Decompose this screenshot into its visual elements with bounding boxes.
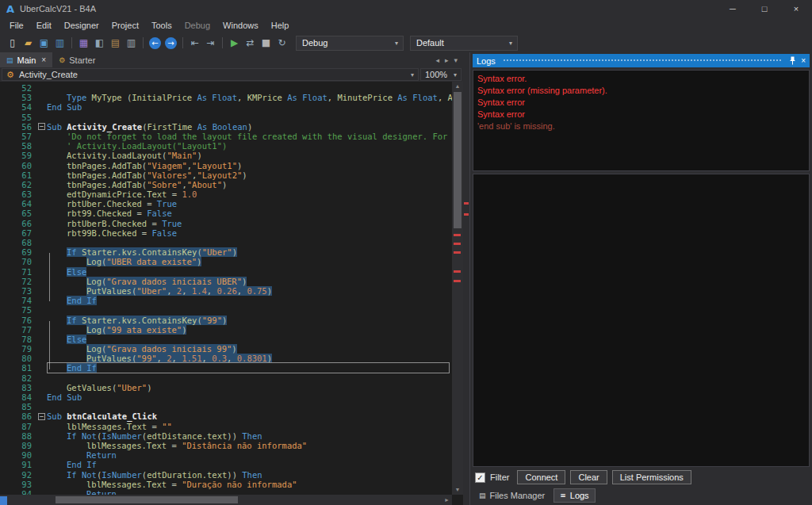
new-icon[interactable]: ▯: [5, 36, 20, 50]
connect-button[interactable]: Connect: [517, 470, 565, 484]
code-line-63[interactable]: 63edtDynamicPrice.Text = 1.0: [0, 189, 452, 199]
code-line-85[interactable]: 85: [0, 402, 452, 411]
fold-collapse-icon[interactable]: −: [36, 411, 47, 421]
scroll-down-icon[interactable]: ▼: [452, 485, 463, 495]
code-line-80[interactable]: 80PutValues("99", 2, 1.51, 0.3, 0.8301): [0, 354, 452, 363]
code-line-84[interactable]: 84End Sub: [0, 392, 452, 402]
close-panel-icon[interactable]: ×: [801, 56, 806, 65]
code-line-72[interactable]: 72Log("Grava dados iniciais UBER"): [0, 277, 452, 286]
code-line-77[interactable]: 77Log("99 ata existe"): [0, 325, 452, 335]
build-config-dropdown[interactable]: Debug ▾: [296, 36, 404, 51]
editor-horizontal-scrollbar[interactable]: ◄ ►: [0, 495, 452, 505]
code-line-61[interactable]: 61tbnPages.AddTab("Valores","Layout2"): [0, 170, 452, 180]
menu-tools[interactable]: Tools: [145, 19, 178, 32]
designer-icon[interactable]: ▦: [76, 36, 91, 50]
code-line-69[interactable]: 69If Starter.kvs.ContainsKey("Uber"): [0, 247, 452, 257]
libraries-icon[interactable]: ▤: [108, 36, 123, 50]
code-line-76[interactable]: 76If Starter.kvs.ContainsKey("99"): [0, 316, 452, 325]
code-line-87[interactable]: 87lblMessages.Text = "": [0, 422, 452, 431]
menu-file[interactable]: File: [3, 19, 30, 32]
code-line-58[interactable]: 58' Activity.LoadLayout("Layout1"): [0, 141, 452, 151]
menu-debug[interactable]: Debug: [178, 19, 216, 32]
next-tab-icon[interactable]: ⇥: [203, 36, 218, 50]
code-line-70[interactable]: 70Log("UBER data existe"): [0, 257, 452, 266]
files-icon[interactable]: ▥: [124, 36, 139, 50]
code-line-93[interactable]: 93lblMessages.Text = "Duração não inform…: [0, 480, 452, 489]
logs-panel-header[interactable]: Logs ×: [473, 54, 810, 67]
code-line-78[interactable]: 78Else: [0, 335, 452, 344]
code-line-91[interactable]: 91End If: [0, 460, 452, 469]
zoom-dropdown[interactable]: 100% ▾: [420, 68, 462, 81]
recompile-icon[interactable]: ↻: [274, 36, 289, 50]
code-line-89[interactable]: 89lblMessages.Text = "Distância não info…: [0, 441, 452, 450]
back-icon[interactable]: ←: [149, 37, 161, 49]
sub-navigator-dropdown[interactable]: ⚙ Activity_Create ▾: [2, 68, 419, 81]
tab-starter[interactable]: ⚙Starter: [52, 52, 102, 67]
code-line-54[interactable]: 54End Sub: [0, 102, 452, 112]
code-line-68[interactable]: 68: [0, 238, 452, 247]
code-line-55[interactable]: 55: [0, 113, 452, 122]
code-line-57[interactable]: 57'Do not forget to load the layout file…: [0, 132, 452, 141]
stop-icon[interactable]: ■: [259, 36, 274, 50]
menu-designer[interactable]: Designer: [58, 19, 105, 32]
tab-main[interactable]: ▤Main×: [0, 52, 52, 67]
code-line-64[interactable]: 64rbtUber.Checked = True: [0, 199, 452, 209]
menu-edit[interactable]: Edit: [30, 19, 58, 32]
code-line-62[interactable]: 62tbnPages.AddTab("Sobre","About"): [0, 180, 452, 189]
horizontal-scrollbar-thumb[interactable]: [56, 496, 238, 503]
scroll-tabs-right-icon[interactable]: ▸: [445, 56, 449, 64]
code-line-67[interactable]: 67rbt99B.Checked = False: [0, 228, 452, 238]
code-line-56[interactable]: 56−Sub Activity_Create(FirstTime As Bool…: [0, 122, 452, 132]
menu-project[interactable]: Project: [105, 19, 145, 32]
code-line-74[interactable]: 74End If: [0, 296, 452, 305]
code-editor[interactable]: 5253Type MyType (InitialPrice As Float, …: [0, 82, 463, 505]
open-icon[interactable]: ▰: [21, 36, 36, 50]
menu-windows[interactable]: Windows: [216, 19, 265, 32]
vertical-scrollbar-thumb[interactable]: [454, 92, 462, 228]
editor-vertical-scrollbar[interactable]: ▲ ▼: [452, 82, 463, 495]
minimize-icon[interactable]: ─: [717, 0, 749, 17]
save-icon[interactable]: ▣: [36, 36, 52, 50]
tool-tab-logs[interactable]: ≡Logs: [553, 488, 595, 503]
scroll-up-icon[interactable]: ▲: [452, 82, 463, 91]
pin-icon[interactable]: [789, 56, 796, 65]
code-line-73[interactable]: 73PutValues("Uber", 2, 1.4, 0.26, 0.75): [0, 286, 452, 296]
save-all-icon[interactable]: ▥: [52, 36, 67, 50]
code-line-65[interactable]: 65rbt99.Checked = False: [0, 209, 452, 218]
forward-icon[interactable]: →: [165, 37, 177, 49]
code-line-83[interactable]: 83GetValues("Uber"): [0, 383, 452, 392]
code-line-53[interactable]: 53Type MyType (InitialPrice As Float, KM…: [0, 93, 452, 102]
pane-splitter[interactable]: [463, 52, 469, 505]
scroll-right-icon[interactable]: ►: [442, 495, 452, 505]
code-line-52[interactable]: 52: [0, 83, 452, 93]
code-line-59[interactable]: 59Activity.LoadLayout("Main"): [0, 151, 452, 160]
code-line-75[interactable]: 75: [0, 305, 452, 315]
code-line-94[interactable]: 94Return: [0, 489, 452, 495]
connect-icon[interactable]: ⇄: [243, 36, 258, 50]
previous-tab-icon[interactable]: ⇤: [187, 36, 202, 50]
code-line-81[interactable]: 81End If: [0, 363, 452, 373]
scroll-tabs-left-icon[interactable]: ◂: [435, 56, 439, 64]
code-area[interactable]: 5253Type MyType (InitialPrice As Float, …: [0, 82, 452, 495]
modules-icon[interactable]: ◧: [92, 36, 107, 50]
menu-help[interactable]: Help: [265, 19, 296, 32]
close-icon[interactable]: ×: [780, 0, 812, 17]
code-line-60[interactable]: 60tbnPages.AddTab("Viagem","Layout1"): [0, 161, 452, 170]
fold-collapse-icon[interactable]: −: [36, 122, 47, 132]
tab-list-icon[interactable]: ▾: [454, 56, 458, 64]
filter-checkbox[interactable]: ✓: [475, 472, 485, 483]
code-line-71[interactable]: 71Else: [0, 267, 452, 277]
list-permissions-button[interactable]: List Permissions: [612, 470, 691, 484]
close-tab-icon[interactable]: ×: [41, 55, 46, 64]
code-line-90[interactable]: 90Return: [0, 450, 452, 460]
tool-tab-files-manager[interactable]: ▤Files Manager: [473, 488, 551, 503]
run-config-dropdown[interactable]: Default ▾: [410, 36, 518, 51]
code-line-66[interactable]: 66rbtUberB.Checked = True: [0, 219, 452, 228]
code-line-88[interactable]: 88If Not(IsNumber(edtDistance.text)) The…: [0, 431, 452, 441]
code-line-92[interactable]: 92If Not(IsNumber(edtDuration.text)) The…: [0, 470, 452, 480]
clear-button[interactable]: Clear: [570, 470, 607, 484]
code-line-82[interactable]: 82: [0, 373, 452, 383]
maximize-icon[interactable]: □: [749, 0, 780, 17]
code-line-79[interactable]: 79Log("Grava dados iniciais 99"): [0, 344, 452, 354]
run-icon[interactable]: ▶: [227, 36, 242, 50]
